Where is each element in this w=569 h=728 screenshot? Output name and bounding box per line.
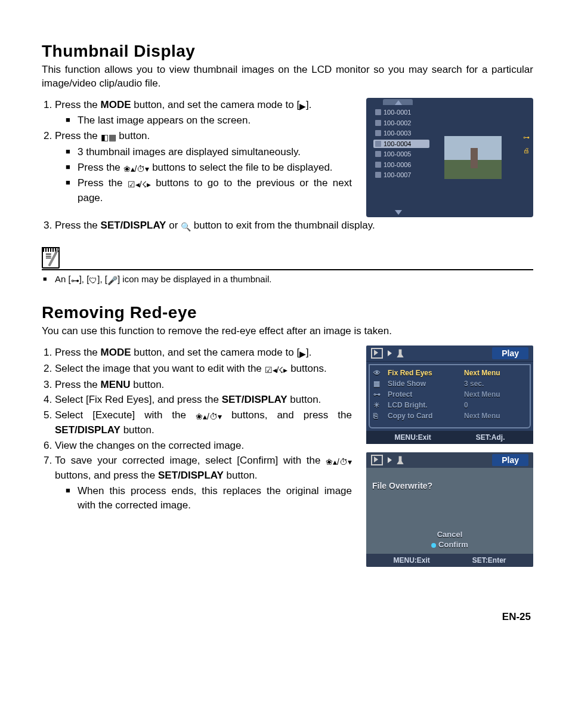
list-item: 100-0002 bbox=[373, 119, 429, 127]
r-step-4: Select [Fix Red Eyes], and press the SET… bbox=[55, 393, 352, 407]
note-icon bbox=[42, 247, 64, 268]
step-2a: 3 thumbnail images are displayed simulta… bbox=[66, 145, 352, 159]
r-step-7a: When this process ends, this replaces th… bbox=[66, 484, 352, 513]
list-item-selected: 100-0004 bbox=[373, 140, 429, 148]
r-step-3: Press the MENU button. bbox=[55, 378, 352, 392]
r-step-7: To save your corrected image, select [Co… bbox=[55, 454, 352, 512]
preview-thumb bbox=[444, 136, 502, 179]
menu-row-lcd-bright: ☀ LCD Bright. 0 bbox=[373, 400, 526, 411]
copy-icon: ⎘ bbox=[373, 412, 383, 420]
tool-icon bbox=[397, 349, 404, 357]
note-text: An [⊶], [🛡], [🎤] icon may be displayed i… bbox=[42, 274, 533, 285]
lcd-play-menu: Play 👁 Fix Red Eyes Next Menu ▦ Slide Sh… bbox=[366, 346, 533, 444]
step-2b: Press the ❀▴/⏱▾ buttons to select the fi… bbox=[66, 161, 352, 175]
r-step-2: Select the image that you want to edit w… bbox=[55, 362, 352, 377]
list-item: 100-0006 bbox=[373, 161, 429, 169]
file-icon bbox=[375, 172, 381, 178]
slide-icon: ▦ bbox=[373, 380, 383, 388]
option-cancel: Cancel bbox=[431, 530, 468, 539]
step-3: Press the SET/DISPLAY or 🔍 button to exi… bbox=[55, 218, 533, 233]
step-1: Press the MODE button, and set the camer… bbox=[55, 98, 352, 128]
lcd-title: Play bbox=[492, 454, 528, 466]
page-number: EN-25 bbox=[42, 611, 533, 623]
file-icon bbox=[375, 130, 381, 136]
footer-menu-exit: MENU:Exit bbox=[394, 433, 431, 442]
list-item: 100-0001 bbox=[373, 108, 429, 116]
thumbnail-intro: This function allows you to view thumbna… bbox=[42, 63, 533, 91]
selector-dot-icon bbox=[431, 543, 436, 548]
file-icon bbox=[375, 120, 381, 126]
scroll-up-icon bbox=[395, 100, 402, 105]
file-icon bbox=[375, 162, 381, 168]
brightness-icon: ☀ bbox=[373, 401, 383, 409]
overwrite-prompt: File Overwrite? bbox=[372, 481, 432, 491]
playback-icon bbox=[371, 455, 383, 465]
file-icon bbox=[375, 151, 381, 157]
step-1a: The last image appears on the screen. bbox=[66, 113, 352, 128]
footer-menu-exit: MENU:Exit bbox=[393, 556, 429, 564]
playback-icon bbox=[371, 348, 383, 359]
chevron-right-icon bbox=[388, 457, 392, 463]
print-icon: 🖨 bbox=[523, 147, 530, 154]
step-2: Press the ◧▦ button. 3 thumbnail images … bbox=[55, 129, 352, 205]
file-icon bbox=[375, 141, 381, 147]
menu-row-fix-red-eyes: 👁 Fix Red Eyes Next Menu bbox=[373, 368, 526, 378]
step-2c: Press the ☑◂/☇▸ buttons to go to the pre… bbox=[66, 176, 352, 205]
footer-set-enter: SET:Enter bbox=[472, 556, 506, 564]
protect-icon: ⊶ bbox=[523, 134, 530, 141]
lcd-thumbnail-screen: 100-0001 100-0002 100-0003 100-0004 100-… bbox=[366, 98, 533, 217]
step-1-text: Press the MODE button, and set the camer… bbox=[55, 99, 312, 110]
option-confirm: Confirm bbox=[431, 540, 468, 549]
thumbnail-title: Thumbnail Display bbox=[42, 42, 533, 61]
r-step-6: View the changes on the corrected image. bbox=[55, 439, 352, 453]
file-icon bbox=[375, 109, 381, 115]
scroll-down-icon bbox=[395, 210, 402, 215]
file-list: 100-0001 100-0002 100-0003 100-0004 100-… bbox=[366, 106, 429, 209]
menu-row-protect: ⊶ Protect Next Menu bbox=[373, 389, 526, 400]
step-2-text: Press the ◧▦ button. bbox=[55, 130, 150, 141]
eye-icon: 👁 bbox=[373, 369, 383, 377]
list-item: 100-0005 bbox=[373, 150, 429, 158]
list-item: 100-0003 bbox=[373, 129, 429, 137]
redeye-title: Removing Red-eye bbox=[42, 303, 533, 322]
menu-row-slide-show: ▦ Slide Show 3 sec. bbox=[373, 378, 526, 389]
tool-icon bbox=[397, 456, 404, 464]
lcd-overwrite-screen: Play File Overwrite? Cancel Confirm MENU… bbox=[366, 452, 533, 567]
footer-set-adj: SET:Adj. bbox=[476, 433, 505, 442]
note-divider bbox=[42, 269, 533, 270]
key-icon: ⊶ bbox=[373, 390, 383, 399]
chevron-right-icon bbox=[388, 350, 392, 356]
lcd-title: Play bbox=[492, 347, 528, 359]
menu-row-copy: ⎘ Copy to Card Next Menu bbox=[373, 411, 526, 421]
list-item: 100-0007 bbox=[373, 171, 429, 179]
r-step-5: Select [Execute] with the ❀▴/⏱▾ buttons,… bbox=[55, 408, 352, 437]
redeye-intro: You can use this function to remove the … bbox=[42, 325, 533, 338]
r-step-1: Press the MODE button, and set the camer… bbox=[55, 346, 352, 360]
